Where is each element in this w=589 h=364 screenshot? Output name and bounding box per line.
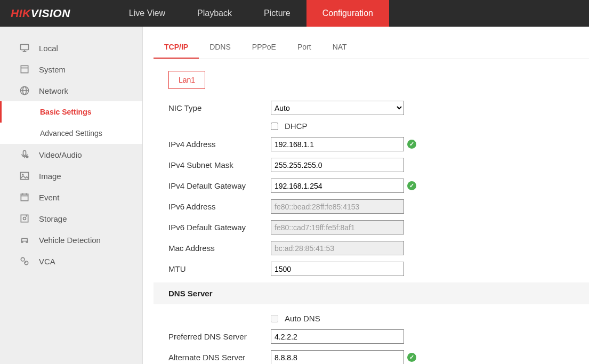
sidebar-item-label: Basic Settings xyxy=(40,108,91,116)
logo: HIKVISION xyxy=(0,7,86,20)
sidebar-item-label: Vehicle Detection xyxy=(39,236,101,245)
sidebar-item-system[interactable]: System xyxy=(0,59,142,80)
auto-dns-label: Auto DNS xyxy=(285,314,320,323)
ipv4-address-input[interactable] xyxy=(271,137,404,151)
top-tabs: Live View Playback Picture Configuration xyxy=(113,0,389,27)
checkmark-icon xyxy=(407,181,416,190)
image-icon xyxy=(19,170,30,182)
checkmark-icon xyxy=(407,140,416,149)
logo-hik: HIK xyxy=(11,7,31,20)
sidebar-item-event[interactable]: Event xyxy=(0,187,142,208)
ipv6-gateway-label: IPv6 Default Gateway xyxy=(168,223,271,232)
sidebar-item-label: Network xyxy=(39,86,68,95)
sidebar-item-video-audio[interactable]: Video/Audio xyxy=(0,144,142,165)
sidebar: Local System Network Basic Settings Adva… xyxy=(0,27,143,364)
subtab-ddns[interactable]: DDNS xyxy=(199,36,241,59)
subtab-nat[interactable]: NAT xyxy=(322,36,358,59)
ipv4-address-label: IPv4 Address xyxy=(168,140,271,149)
preferred-dns-label: Preferred DNS Server xyxy=(168,332,271,341)
sidebar-item-label: System xyxy=(39,65,66,74)
svg-rect-8 xyxy=(23,151,26,156)
svg-point-9 xyxy=(26,156,29,158)
svg-rect-3 xyxy=(21,66,28,72)
car-icon xyxy=(19,234,30,246)
lan-tabs: Lan1 xyxy=(168,71,589,89)
ipv6-address-label: IPv6 Address xyxy=(168,202,271,211)
sidebar-item-image[interactable]: Image xyxy=(0,165,142,187)
alternate-dns-label: Alternate DNS Server xyxy=(168,353,271,362)
svg-rect-10 xyxy=(21,172,29,179)
sub-tabs: TCP/IP DDNS PPPoE Port NAT xyxy=(154,36,589,59)
mac-address-label: Mac Address xyxy=(168,244,271,253)
mac-address-input xyxy=(271,241,404,255)
box-icon xyxy=(19,63,30,75)
checkmark-icon xyxy=(407,353,416,362)
sidebar-item-vehicle-detection[interactable]: Vehicle Detection xyxy=(0,229,142,250)
nic-type-label: NIC Type xyxy=(168,103,271,112)
mtu-label: MTU xyxy=(168,264,271,273)
svg-rect-12 xyxy=(21,194,28,201)
mic-icon xyxy=(19,149,30,160)
sidebar-item-label: Advanced Settings xyxy=(40,129,102,137)
ipv4-gateway-label: IPv4 Default Gateway xyxy=(168,181,271,190)
sidebar-item-advanced-settings[interactable]: Advanced Settings xyxy=(0,123,142,144)
form-section: NIC Type Auto DHCP IPv4 Address IPv4 Sub… xyxy=(168,101,589,364)
tab-live-view[interactable]: Live View xyxy=(113,0,181,27)
vca-icon xyxy=(19,255,30,267)
svg-rect-16 xyxy=(21,215,28,222)
sidebar-item-label: Local xyxy=(39,44,58,53)
sidebar-item-local[interactable]: Local xyxy=(0,37,142,59)
sidebar-item-label: VCA xyxy=(39,257,55,266)
header: HIKVISION Live View Playback Picture Con… xyxy=(0,0,589,27)
calendar-icon xyxy=(19,191,30,203)
monitor-icon xyxy=(19,42,30,54)
svg-rect-0 xyxy=(21,44,29,50)
tab-picture[interactable]: Picture xyxy=(248,0,306,27)
sidebar-item-basic-settings[interactable]: Basic Settings xyxy=(0,101,142,123)
preferred-dns-input[interactable] xyxy=(271,329,404,344)
ipv6-gateway-input xyxy=(271,220,404,234)
sidebar-item-label: Event xyxy=(39,193,59,202)
svg-point-11 xyxy=(22,174,23,175)
svg-point-19 xyxy=(21,257,25,261)
sidebar-item-network[interactable]: Network xyxy=(0,80,142,101)
globe-icon xyxy=(19,85,30,96)
svg-point-17 xyxy=(23,217,26,220)
auto-dns-checkbox xyxy=(271,315,278,322)
alternate-dns-input[interactable] xyxy=(271,350,404,364)
ipv4-gateway-input[interactable] xyxy=(271,179,404,193)
sidebar-item-storage[interactable]: Storage xyxy=(0,208,142,229)
tab-playback[interactable]: Playback xyxy=(181,0,248,27)
mtu-input[interactable] xyxy=(271,262,404,276)
ipv4-mask-input[interactable] xyxy=(271,158,404,172)
main: Local System Network Basic Settings Adva… xyxy=(0,27,589,364)
subtab-port[interactable]: Port xyxy=(287,36,322,59)
subtab-tcpip[interactable]: TCP/IP xyxy=(154,36,199,59)
sidebar-item-vca[interactable]: VCA xyxy=(0,250,142,272)
content: TCP/IP DDNS PPPoE Port NAT Lan1 NIC Type… xyxy=(143,27,589,364)
disk-icon xyxy=(19,213,30,224)
ipv6-address-input xyxy=(271,199,404,214)
ipv4-mask-label: IPv4 Subnet Mask xyxy=(168,160,271,169)
dhcp-label: DHCP xyxy=(285,122,308,131)
dns-server-header: DNS Server xyxy=(154,282,589,304)
sidebar-item-label: Image xyxy=(39,172,61,181)
logo-vision: VISION xyxy=(31,7,70,20)
sidebar-item-label: Video/Audio xyxy=(39,150,82,159)
lan-tab-1[interactable]: Lan1 xyxy=(168,71,205,89)
tab-configuration[interactable]: Configuration xyxy=(306,0,389,27)
dhcp-checkbox[interactable] xyxy=(271,123,278,130)
nic-type-select[interactable]: Auto xyxy=(271,101,404,115)
sidebar-item-label: Storage xyxy=(39,214,67,223)
subtab-pppoe[interactable]: PPPoE xyxy=(241,36,287,59)
